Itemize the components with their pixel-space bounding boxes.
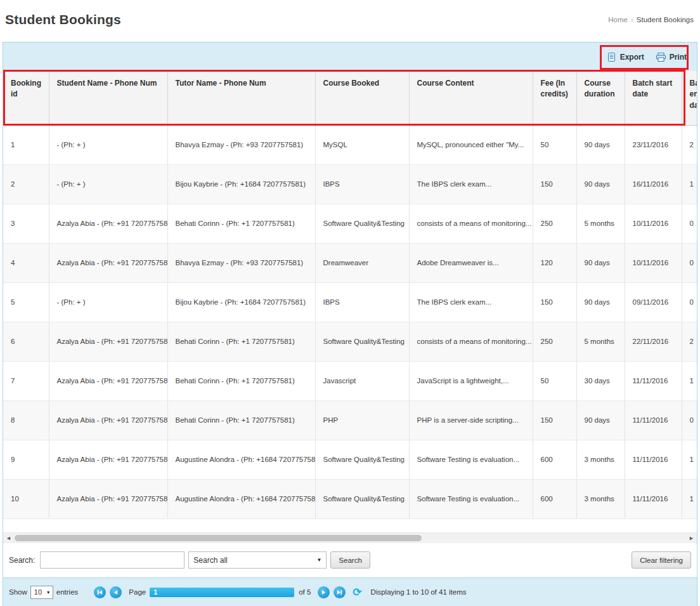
table-row[interactable]: 6Azalya Abia - (Ph: +91 7207757581)Behat… [3,322,697,361]
table-cell: - (Ph: + ) [49,282,167,322]
chevron-down-icon: ▼ [316,557,321,563]
breadcrumb-separator: › [631,16,633,23]
table-cell: Azalya Abia - (Ph: +91 7207757581) [49,440,167,479]
column-header[interactable]: Course Booked [315,71,409,125]
search-button[interactable]: Search [330,551,370,569]
table-cell: Augustine Alondra - (Ph: +1684 720775758… [167,440,315,479]
table-cell: Behati Corinn - (Ph: +1 7207757581) [167,322,315,361]
table-cell: Bijou Kaybrie - (Ph: +1684 7207757581) [167,282,315,322]
print-icon [656,52,666,62]
table-cell: 2 [682,125,697,164]
table-row[interactable]: 1- (Ph: + )Bhavya Ezmay - (Ph: +93 72077… [3,125,697,164]
table-cell: IBPS [315,164,409,204]
table-cell: Software Quality&Testing [315,322,409,361]
table-cell: 10/11/2016 [625,204,682,243]
search-row: Search: Search all ▼ Search Clear filter… [3,543,697,577]
table-cell: 90 days [576,164,625,204]
next-page-button[interactable] [318,586,330,598]
table-cell: 11/11/2016 [625,400,682,440]
table-cell: The IBPS clerk exam... [409,282,533,322]
entries-label: entries [56,588,79,596]
table-cell: 3 [3,204,49,243]
table-cell: Software Quality&Testing [315,479,409,518]
table-row[interactable]: 2- (Ph: + )Bijou Kaybrie - (Ph: +1684 72… [3,164,697,204]
print-button-label: Print [670,53,687,62]
scroll-left-arrow-icon[interactable]: ◄ [3,533,14,543]
scroll-right-arrow-icon[interactable]: ► [686,533,697,543]
table-cell: 1 [682,479,697,518]
table-row[interactable]: 3Azalya Abia - (Ph: +91 7207757581)Behat… [3,204,697,243]
search-input[interactable] [40,551,185,569]
table-cell: Behati Corinn - (Ph: +1 7207757581) [167,204,315,243]
table-row[interactable]: 4Azalya Abia - (Ph: +91 7207757581)Bhavy… [3,243,697,282]
last-page-button[interactable] [334,586,346,598]
horizontal-scrollbar[interactable]: ◄ ► [3,532,697,543]
page-number-slider[interactable]: 1 [150,588,294,597]
table-row[interactable]: 5- (Ph: + )Bijou Kaybrie - (Ph: +1684 72… [3,282,697,322]
table-cell: Behati Corinn - (Ph: +1 7207757581) [167,361,315,400]
column-header[interactable]: Fee (In credits) [533,71,576,125]
table-header-row: Booking idStudent Name - Phone NumTutor … [3,71,697,125]
page-size-select[interactable]: 10 ▼ [30,586,53,599]
table-cell: 4 [3,243,49,282]
table-row[interactable]: 9Azalya Abia - (Ph: +91 7207757581)Augus… [3,440,697,479]
breadcrumb-home-link[interactable]: Home [608,16,628,23]
breadcrumb-current: Student Bookings [637,16,694,23]
table-cell: Azalya Abia - (Ph: +91 7207757581) [49,322,167,361]
column-header[interactable]: Course Content [409,71,533,125]
table-cell: 50 [533,125,576,164]
table-cell: 3 months [576,479,625,518]
scrollbar-thumb[interactable] [15,535,422,541]
table-cell: Software Quality&Testing [315,204,409,243]
column-header[interactable]: Tutor Name - Phone Num [167,71,315,125]
column-header[interactable]: Student Name - Phone Num [49,71,167,125]
page-count-label: of 5 [299,588,311,596]
table-cell: 11/11/2016 [625,440,682,479]
table-cell: 11/11/2016 [625,479,682,518]
column-header[interactable]: Course duration [576,71,625,125]
column-header[interactable]: Booking id [3,71,49,125]
page-title: Student Bookings [5,12,121,27]
export-button-label: Export [620,53,644,62]
table-cell: 120 [533,243,576,282]
export-button[interactable]: Export [607,52,644,62]
clear-filtering-button[interactable]: Clear filtering [632,551,691,569]
table-cell: consists of a means of monitoring... [409,204,533,243]
table-cell: 5 months [576,204,625,243]
table-cell: Dreamweaver [315,243,409,282]
previous-page-button[interactable] [110,586,122,598]
table-body: 1- (Ph: + )Bhavya Ezmay - (Ph: +93 72077… [3,125,697,518]
table-cell: 600 [533,440,576,479]
page-label: Page [129,588,146,596]
table-cell: 30 days [576,361,625,400]
table-cell: 16/11/2016 [625,164,682,204]
column-header[interactable]: Batch end date [682,71,697,125]
table-cell: 11/11/2016 [625,361,682,400]
print-button[interactable]: Print [656,52,687,62]
table-row[interactable]: 7Azalya Abia - (Ph: +91 7207757581)Behat… [3,361,697,400]
table-cell: 5 months [576,322,625,361]
table-cell: 0 [682,400,697,440]
table-cell: Javascript [315,361,409,400]
table-cell: Bhavya Ezmay - (Ph: +93 7207757581) [167,125,315,164]
first-page-button[interactable] [94,586,106,598]
table-cell: 1 [682,164,697,204]
table-cell: 0 [682,243,697,282]
table-row[interactable]: 8Azalya Abia - (Ph: +91 7207757581)Behat… [3,400,697,440]
table-cell: Azalya Abia - (Ph: +91 7207757581) [49,479,167,518]
table-row[interactable]: 10Azalya Abia - (Ph: +91 7207757581)Augu… [3,479,697,518]
table-cell: 250 [533,204,576,243]
table-cell: PHP is a server-side scripting... [409,400,533,440]
chevron-down-icon: ▼ [46,590,51,595]
table-cell: JavaScript is a lightweight,... [409,361,533,400]
column-header[interactable]: Batch start date [625,71,682,125]
search-field-selected-value: Search all [193,556,227,565]
search-field-select[interactable]: Search all ▼ [188,551,327,569]
table-cell: MySQL [315,125,409,164]
table-cell: 90 days [576,282,625,322]
table-cell: Azalya Abia - (Ph: +91 7207757581) [49,204,167,243]
table-cell: 90 days [576,125,625,164]
refresh-icon[interactable]: ⟳ [353,587,361,598]
bookings-panel: Export Print Booking idStudent Name - Ph… [3,42,697,606]
previous-page-icon [113,588,119,597]
